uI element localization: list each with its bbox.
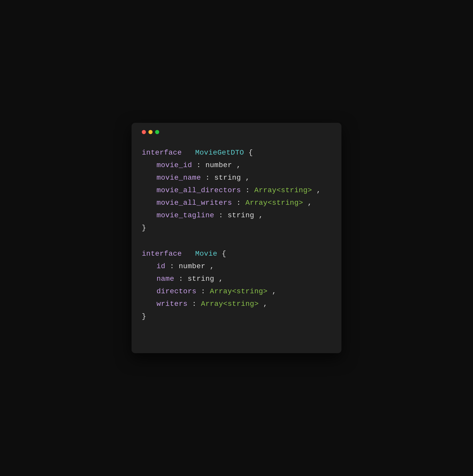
field-movie_id: movie_id : number , bbox=[142, 159, 331, 171]
interface-name-2: Movie bbox=[195, 250, 217, 258]
maximize-dot[interactable] bbox=[155, 130, 159, 134]
interface-line-1: interface MovieGetDTO { bbox=[142, 146, 331, 159]
titlebar bbox=[142, 130, 331, 134]
code-window: interface MovieGetDTO { movie_id : numbe… bbox=[132, 123, 341, 353]
interface-line-2: interface Movie { bbox=[142, 247, 331, 260]
field-movie_name: movie_name : string , bbox=[142, 171, 331, 184]
closing-brace-1: } bbox=[142, 222, 331, 234]
field-directors: directors : Array<string> , bbox=[142, 285, 331, 298]
field-movie_all_directors: movie_all_directors : Array<string> , bbox=[142, 184, 331, 197]
keyword-interface-2: interface bbox=[142, 250, 182, 258]
field-name: name : string , bbox=[142, 273, 331, 285]
interface-movie: interface Movie { id : number , name : s… bbox=[142, 247, 331, 323]
interface-name-1: MovieGetDTO bbox=[195, 149, 244, 157]
field-id: id : number , bbox=[142, 260, 331, 273]
field-movie_all_writers: movie_all_writers : Array<string> , bbox=[142, 197, 331, 209]
interface-moviegetdto: interface MovieGetDTO { movie_id : numbe… bbox=[142, 146, 331, 234]
closing-brace-2: } bbox=[142, 310, 331, 323]
code-content: interface MovieGetDTO { movie_id : numbe… bbox=[142, 146, 331, 323]
close-dot[interactable] bbox=[142, 130, 146, 134]
keyword-interface-1: interface bbox=[142, 149, 182, 157]
minimize-dot[interactable] bbox=[148, 130, 153, 134]
field-writers: writers : Array<string> , bbox=[142, 298, 331, 310]
field-movie_tagline: movie_tagline : string , bbox=[142, 209, 331, 222]
